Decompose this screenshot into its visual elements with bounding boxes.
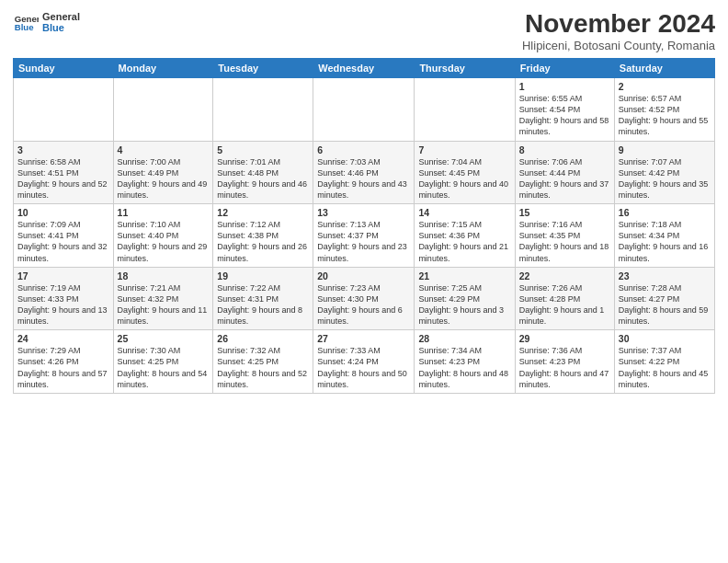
day-info: Sunrise: 7:34 AM Sunset: 4:23 PM Dayligh… [418, 345, 510, 390]
logo-icon: General Blue [13, 9, 39, 35]
day-number: 22 [519, 270, 610, 282]
table-row: 12Sunrise: 7:12 AM Sunset: 4:38 PM Dayli… [213, 204, 313, 268]
col-sunday: Sunday [14, 59, 114, 78]
table-row: 5Sunrise: 7:01 AM Sunset: 4:48 PM Daylig… [213, 141, 313, 204]
day-info: Sunrise: 7:30 AM Sunset: 4:25 PM Dayligh… [118, 345, 210, 390]
day-info: Sunrise: 7:19 AM Sunset: 4:33 PM Dayligh… [17, 282, 109, 327]
calendar-week-row: 24Sunrise: 7:29 AM Sunset: 4:26 PM Dayli… [14, 330, 715, 394]
day-info: Sunrise: 7:03 AM Sunset: 4:46 PM Dayligh… [317, 156, 410, 201]
day-number: 1 [519, 81, 610, 92]
day-number: 13 [317, 207, 410, 218]
day-number: 15 [519, 207, 610, 218]
day-number: 14 [418, 207, 510, 218]
day-info: Sunrise: 7:15 AM Sunset: 4:36 PM Dayligh… [418, 219, 510, 264]
calendar-week-row: 10Sunrise: 7:09 AM Sunset: 4:41 PM Dayli… [14, 204, 715, 268]
table-row: 15Sunrise: 7:16 AM Sunset: 4:35 PM Dayli… [515, 204, 614, 268]
col-wednesday: Wednesday [313, 59, 415, 78]
day-info: Sunrise: 7:33 AM Sunset: 4:24 PM Dayligh… [317, 345, 410, 390]
table-row: 22Sunrise: 7:26 AM Sunset: 4:28 PM Dayli… [515, 267, 614, 330]
col-tuesday: Tuesday [213, 59, 313, 78]
col-friday: Friday [515, 59, 614, 78]
title-block: November 2024 Hlipiceni, Botosani County… [522, 9, 715, 52]
day-info: Sunrise: 6:57 AM Sunset: 4:52 PM Dayligh… [619, 93, 711, 138]
table-row: 9Sunrise: 7:07 AM Sunset: 4:42 PM Daylig… [614, 141, 714, 204]
day-info: Sunrise: 7:00 AM Sunset: 4:49 PM Dayligh… [118, 156, 210, 201]
table-row [113, 78, 213, 142]
page-header: General Blue General Blue November 2024 … [13, 9, 715, 52]
day-number: 5 [217, 144, 309, 155]
day-info: Sunrise: 7:04 AM Sunset: 4:45 PM Dayligh… [418, 156, 510, 201]
table-row: 21Sunrise: 7:25 AM Sunset: 4:29 PM Dayli… [415, 267, 515, 330]
calendar-table: Sunday Monday Tuesday Wednesday Thursday… [13, 58, 715, 394]
day-info: Sunrise: 6:58 AM Sunset: 4:51 PM Dayligh… [17, 156, 109, 201]
table-row: 17Sunrise: 7:19 AM Sunset: 4:33 PM Dayli… [14, 267, 114, 330]
day-info: Sunrise: 7:36 AM Sunset: 4:23 PM Dayligh… [519, 345, 610, 390]
table-row [14, 78, 114, 142]
day-info: Sunrise: 7:13 AM Sunset: 4:37 PM Dayligh… [317, 219, 410, 264]
day-info: Sunrise: 7:16 AM Sunset: 4:35 PM Dayligh… [519, 219, 610, 264]
day-number: 8 [519, 144, 610, 155]
day-info: Sunrise: 7:37 AM Sunset: 4:22 PM Dayligh… [619, 345, 711, 390]
svg-text:Blue: Blue [15, 22, 34, 32]
table-row: 11Sunrise: 7:10 AM Sunset: 4:40 PM Dayli… [113, 204, 213, 268]
table-row: 2Sunrise: 6:57 AM Sunset: 4:52 PM Daylig… [614, 78, 714, 142]
col-thursday: Thursday [415, 59, 515, 78]
day-number: 29 [519, 333, 610, 344]
table-row [415, 78, 515, 142]
day-number: 16 [619, 207, 711, 218]
calendar-week-row: 17Sunrise: 7:19 AM Sunset: 4:33 PM Dayli… [14, 267, 715, 330]
table-row: 10Sunrise: 7:09 AM Sunset: 4:41 PM Dayli… [14, 204, 114, 268]
day-info: Sunrise: 7:10 AM Sunset: 4:40 PM Dayligh… [118, 219, 210, 264]
month-title: November 2024 [522, 9, 715, 39]
table-row: 26Sunrise: 7:32 AM Sunset: 4:25 PM Dayli… [213, 330, 313, 394]
table-row: 28Sunrise: 7:34 AM Sunset: 4:23 PM Dayli… [415, 330, 515, 394]
logo-blue-text: Blue [42, 22, 80, 33]
table-row: 8Sunrise: 7:06 AM Sunset: 4:44 PM Daylig… [515, 141, 614, 204]
day-info: Sunrise: 7:12 AM Sunset: 4:38 PM Dayligh… [217, 219, 309, 264]
day-info: Sunrise: 7:25 AM Sunset: 4:29 PM Dayligh… [418, 282, 510, 327]
day-number: 26 [217, 333, 309, 344]
day-number: 10 [17, 207, 109, 218]
table-row: 29Sunrise: 7:36 AM Sunset: 4:23 PM Dayli… [515, 330, 614, 394]
logo-general-text: General [42, 11, 80, 22]
day-info: Sunrise: 7:07 AM Sunset: 4:42 PM Dayligh… [619, 156, 711, 201]
day-info: Sunrise: 7:28 AM Sunset: 4:27 PM Dayligh… [619, 282, 711, 327]
day-number: 2 [619, 81, 711, 92]
table-row: 23Sunrise: 7:28 AM Sunset: 4:27 PM Dayli… [614, 267, 714, 330]
day-number: 11 [118, 207, 210, 218]
day-number: 9 [619, 144, 711, 155]
col-monday: Monday [113, 59, 213, 78]
table-row: 16Sunrise: 7:18 AM Sunset: 4:34 PM Dayli… [614, 204, 714, 268]
day-number: 7 [418, 144, 510, 155]
day-number: 18 [118, 270, 210, 282]
table-row: 25Sunrise: 7:30 AM Sunset: 4:25 PM Dayli… [113, 330, 213, 394]
day-number: 23 [619, 270, 711, 282]
table-row: 30Sunrise: 7:37 AM Sunset: 4:22 PM Dayli… [614, 330, 714, 394]
day-number: 3 [17, 144, 109, 155]
day-number: 4 [118, 144, 210, 155]
day-info: Sunrise: 7:18 AM Sunset: 4:34 PM Dayligh… [619, 219, 711, 264]
col-saturday: Saturday [614, 59, 714, 78]
day-info: Sunrise: 7:21 AM Sunset: 4:32 PM Dayligh… [118, 282, 210, 327]
table-row: 1Sunrise: 6:55 AM Sunset: 4:54 PM Daylig… [515, 78, 614, 142]
day-info: Sunrise: 7:01 AM Sunset: 4:48 PM Dayligh… [217, 156, 309, 201]
day-number: 30 [619, 333, 711, 344]
day-number: 19 [217, 270, 309, 282]
table-row [313, 78, 415, 142]
day-number: 20 [317, 270, 410, 282]
day-info: Sunrise: 6:55 AM Sunset: 4:54 PM Dayligh… [519, 93, 610, 138]
day-number: 28 [418, 333, 510, 344]
day-number: 6 [317, 144, 410, 155]
day-number: 12 [217, 207, 309, 218]
table-row: 13Sunrise: 7:13 AM Sunset: 4:37 PM Dayli… [313, 204, 415, 268]
table-row: 4Sunrise: 7:00 AM Sunset: 4:49 PM Daylig… [113, 141, 213, 204]
day-number: 17 [17, 270, 109, 282]
day-info: Sunrise: 7:22 AM Sunset: 4:31 PM Dayligh… [217, 282, 309, 327]
day-number: 24 [17, 333, 109, 344]
calendar-header-row: Sunday Monday Tuesday Wednesday Thursday… [14, 59, 715, 78]
day-info: Sunrise: 7:23 AM Sunset: 4:30 PM Dayligh… [317, 282, 410, 327]
day-number: 27 [317, 333, 410, 344]
table-row: 14Sunrise: 7:15 AM Sunset: 4:36 PM Dayli… [415, 204, 515, 268]
calendar-week-row: 3Sunrise: 6:58 AM Sunset: 4:51 PM Daylig… [14, 141, 715, 204]
table-row: 24Sunrise: 7:29 AM Sunset: 4:26 PM Dayli… [14, 330, 114, 394]
